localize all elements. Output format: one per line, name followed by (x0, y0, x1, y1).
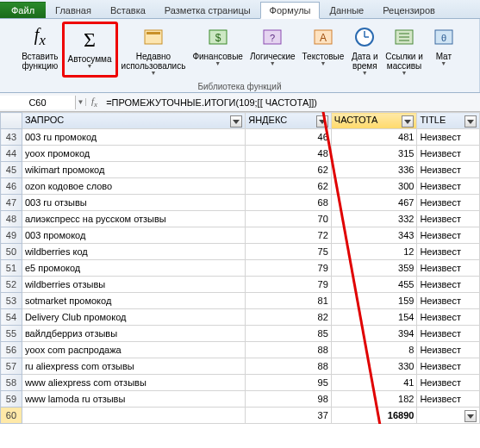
cell-freq[interactable]: 12 (331, 244, 417, 260)
cell-query[interactable]: вайлдберриз отзывы (22, 326, 245, 342)
cell-yandex[interactable]: 85 (246, 326, 332, 342)
row-header[interactable]: 54 (1, 309, 22, 326)
table-row[interactable]: 58 www aliexpress com отзывы 95 41 Неизв… (1, 375, 480, 391)
filter-icon[interactable] (230, 115, 242, 128)
cell-title[interactable]: Неизвест (417, 293, 480, 309)
header-yandex[interactable]: ЯНДЕКС (246, 113, 332, 129)
cell-title[interactable]: Неизвест (417, 358, 480, 375)
row-header[interactable]: 45 (1, 162, 22, 178)
row-header[interactable]: 44 (1, 146, 22, 162)
cell-title[interactable]: Неизвест (417, 227, 480, 244)
cell-query[interactable]: www aliexpress com отзывы (22, 375, 245, 391)
cell-query[interactable]: wikimart промокод (22, 162, 245, 178)
tab-pagelayout[interactable]: Разметка страницы (155, 2, 260, 18)
row-header[interactable]: 53 (1, 293, 22, 309)
cell-query[interactable]: sotmarket промокод (22, 293, 245, 309)
cell-yandex[interactable]: 72 (246, 227, 332, 244)
cell-freq[interactable]: 330 (331, 358, 417, 375)
insert-function-button[interactable]: fx Вставитьфункцию (18, 22, 61, 78)
row-header[interactable]: 50 (1, 244, 22, 260)
tab-home[interactable]: Главная (46, 2, 101, 18)
row-header[interactable]: 56 (1, 342, 22, 358)
autosum-button[interactable]: Σ Автосумма ▼ (62, 22, 118, 78)
tab-file[interactable]: Файл (0, 2, 46, 18)
cell[interactable] (417, 408, 480, 424)
cell-freq[interactable]: 394 (331, 326, 417, 342)
tab-formulas[interactable]: Формулы (260, 2, 321, 19)
table-row[interactable]: 57 ru aliexpress com отзывы 88 330 Неизв… (1, 358, 480, 375)
cell-query[interactable]: Delivery Club промокод (22, 309, 245, 326)
worksheet[interactable]: ЗАПРОС ЯНДЕКС ЧАСТОТА TITLE 43 003 ru пр… (0, 112, 480, 424)
math-button[interactable]: θ Мат ▼ (427, 22, 461, 78)
row-header[interactable]: 51 (1, 260, 22, 277)
cell-sum-freq[interactable]: 16890 (331, 408, 417, 424)
cell-title[interactable]: Неизвест (417, 391, 480, 408)
row-header[interactable]: 59 (1, 391, 22, 408)
table-row[interactable]: 53 sotmarket промокод 81 159 Неизвест (1, 293, 480, 309)
cell-yandex[interactable]: 88 (246, 342, 332, 358)
filter-icon[interactable] (464, 410, 477, 422)
cell-title[interactable]: Неизвест (417, 277, 480, 293)
row-header[interactable]: 52 (1, 277, 22, 293)
cell-query[interactable]: e5 промокод (22, 260, 245, 277)
cell-title[interactable]: Неизвест (417, 211, 480, 227)
cell-query[interactable]: wildberries код (22, 244, 245, 260)
table-row[interactable]: 54 Delivery Club промокод 82 154 Неизвес… (1, 309, 480, 326)
summary-row[interactable]: 60 37 16890 (1, 408, 480, 424)
formula-input[interactable]: =ПРОМЕЖУТОЧНЫЕ.ИТОГИ(109;[[ ЧАСТОТА]]) (103, 96, 480, 109)
row-header[interactable]: 60 (1, 408, 22, 424)
cell-freq[interactable]: 359 (331, 260, 417, 277)
row-header[interactable]: 46 (1, 178, 22, 195)
cell-freq[interactable]: 467 (331, 195, 417, 211)
cell-freq[interactable]: 41 (331, 375, 417, 391)
cell-yandex[interactable]: 95 (246, 375, 332, 391)
table-row[interactable]: 52 wildberries отзывы 79 455 Неизвест (1, 277, 480, 293)
cell-freq[interactable]: 343 (331, 227, 417, 244)
table-row[interactable]: 59 www lamoda ru отзывы 98 182 Неизвест (1, 391, 480, 408)
header-title[interactable]: TITLE (417, 113, 480, 129)
cell-yandex[interactable]: 79 (246, 277, 332, 293)
row-header[interactable]: 43 (1, 129, 22, 146)
row-header[interactable]: 58 (1, 375, 22, 391)
cell-title[interactable]: Неизвест (417, 162, 480, 178)
cell-yandex[interactable]: 88 (246, 358, 332, 375)
cell-query[interactable]: yoox com распродажа (22, 342, 245, 358)
table-row[interactable]: 44 yoox промокод 48 315 Неизвест (1, 146, 480, 162)
cell-freq[interactable]: 315 (331, 146, 417, 162)
logical-button[interactable]: ? Логические ▼ (246, 22, 299, 78)
row-header[interactable]: 57 (1, 358, 22, 375)
cell-yandex[interactable]: 46 (246, 129, 332, 146)
cell-freq[interactable]: 159 (331, 293, 417, 309)
row-header[interactable]: 48 (1, 211, 22, 227)
table-row[interactable]: 56 yoox com распродажа 88 8 Неизвест (1, 342, 480, 358)
cell-yandex[interactable]: 75 (246, 244, 332, 260)
cell-query[interactable]: 003 промокод (22, 227, 245, 244)
cell-yandex[interactable]: 68 (246, 195, 332, 211)
cell-title[interactable]: Неизвест (417, 260, 480, 277)
row-header[interactable]: 47 (1, 195, 22, 211)
cell-freq[interactable]: 332 (331, 211, 417, 227)
cell-yandex[interactable]: 62 (246, 178, 332, 195)
cell-yandex[interactable]: 62 (246, 162, 332, 178)
recent-button[interactable]: Недавноиспользовались ▼ (118, 22, 190, 78)
cell-query[interactable]: 003 ru промокод (22, 129, 245, 146)
lookup-button[interactable]: Ссылки имассивы ▼ (382, 22, 427, 78)
cell-yandex[interactable]: 48 (246, 146, 332, 162)
cell-title[interactable]: Неизвест (417, 129, 480, 146)
header-freq[interactable]: ЧАСТОТА (331, 113, 417, 129)
header-query[interactable]: ЗАПРОС (22, 113, 245, 129)
table-row[interactable]: 48 алиэкспресс на русском отзывы 70 332 … (1, 211, 480, 227)
cell-title[interactable]: Неизвест (417, 375, 480, 391)
cell-yandex[interactable]: 98 (246, 391, 332, 408)
cell-title[interactable]: Неизвест (417, 244, 480, 260)
filter-icon[interactable] (464, 115, 477, 128)
table-row[interactable]: 46 ozon кодовое слово 62 300 Неизвест (1, 178, 480, 195)
cell-yandex[interactable]: 70 (246, 211, 332, 227)
cell-query[interactable]: wildberries отзывы (22, 277, 245, 293)
row-header[interactable]: 49 (1, 227, 22, 244)
table-row[interactable]: 51 e5 промокод 79 359 Неизвест (1, 260, 480, 277)
name-box[interactable] (0, 96, 76, 109)
cell-freq[interactable]: 8 (331, 342, 417, 358)
cell-title[interactable]: Неизвест (417, 326, 480, 342)
cell-query[interactable]: алиэкспресс на русском отзывы (22, 211, 245, 227)
